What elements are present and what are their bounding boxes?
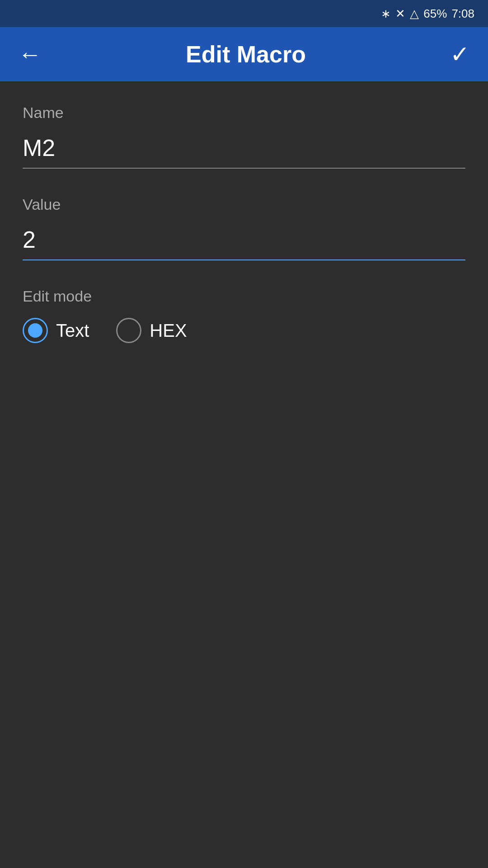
edit-mode-section: Edit mode Text HEX <box>23 288 465 343</box>
battery-text: 65% <box>423 7 447 21</box>
edit-mode-label: Edit mode <box>23 288 465 305</box>
form-content: Name Value Edit mode Text HEX <box>0 81 488 366</box>
confirm-button[interactable]: ✓ <box>450 41 470 68</box>
radio-hex[interactable]: HEX <box>116 318 187 343</box>
value-label: Value <box>23 196 465 213</box>
value-input[interactable] <box>23 222 465 260</box>
value-field: Value <box>23 196 465 260</box>
status-bar-icons: ∗ ✕ △ 65% 7:08 <box>381 7 474 21</box>
signal-icon: ✕ <box>395 7 405 21</box>
signal-icon2: △ <box>410 7 419 21</box>
radio-hex-label: HEX <box>150 321 187 341</box>
radio-text-inner <box>28 323 42 338</box>
name-input[interactable] <box>23 130 465 169</box>
bluetooth-icon: ∗ <box>381 7 391 21</box>
radio-text-label: Text <box>56 321 89 341</box>
status-bar: ∗ ✕ △ 65% 7:08 <box>0 0 488 27</box>
name-field: Name <box>23 104 465 169</box>
radio-text[interactable]: Text <box>23 318 89 343</box>
back-button[interactable]: ← <box>18 41 42 68</box>
page-title: Edit Macro <box>186 41 306 68</box>
name-label: Name <box>23 104 465 122</box>
radio-text-circle <box>23 318 48 343</box>
time-text: 7:08 <box>451 7 474 21</box>
app-bar: ← Edit Macro ✓ <box>0 27 488 81</box>
radio-hex-circle <box>116 318 141 343</box>
radio-group: Text HEX <box>23 318 465 343</box>
